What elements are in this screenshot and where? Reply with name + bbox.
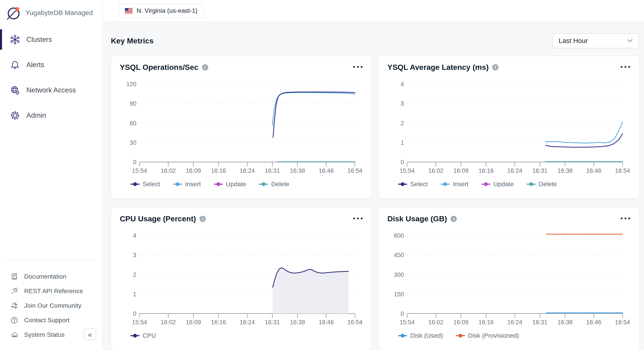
svg-text:16:38: 16:38: [558, 319, 573, 326]
chart-canvas-slot: 4321015:5416:0216:0916:1616:2416:3116:38…: [120, 226, 362, 339]
sidebar-item-network-access[interactable]: Network Access: [0, 77, 102, 103]
region-selector-chip[interactable]: N. Virginia (us-east-1): [119, 3, 204, 18]
legend-label: Disk (Used): [410, 332, 443, 339]
svg-text:120: 120: [126, 81, 136, 87]
sidebar-item-join-our-community[interactable]: Join Our Community: [0, 298, 102, 313]
svg-text:16:38: 16:38: [558, 167, 573, 174]
svg-text:16:46: 16:46: [319, 319, 334, 326]
sidebar-item-label: Network Access: [26, 86, 76, 94]
sidebar-item-label: Clusters: [26, 35, 52, 44]
svg-text:60: 60: [130, 120, 136, 127]
cpu-usage-card: CPU Usage (Percent) i 4321015:5416:0216:…: [111, 208, 372, 350]
svg-text:16:24: 16:24: [507, 167, 522, 174]
info-icon[interactable]: i: [200, 216, 206, 222]
svg-text:16:16: 16:16: [211, 167, 226, 174]
book-icon: [10, 273, 18, 281]
svg-text:16:38: 16:38: [290, 167, 305, 174]
legend-label: Delete: [271, 181, 289, 188]
legend-item: Delete: [527, 181, 557, 188]
chart-title: YSQL Average Latency (ms) i: [388, 63, 498, 72]
svg-text:0: 0: [400, 159, 404, 166]
svg-text:15:54: 15:54: [132, 167, 147, 174]
legend-marker-icon: [482, 182, 490, 187]
us-flag-icon: [125, 8, 132, 13]
content: Key Metrics Last Hour YSQL Operations/Se…: [102, 22, 644, 350]
sidebar-nav: Clusters Alerts: [0, 27, 102, 128]
page-title: Key Metrics: [111, 36, 154, 45]
legend-marker-icon: [130, 182, 140, 187]
chart-legend: Disk (Used) Disk (Provisioned): [398, 332, 630, 339]
svg-text:16:16: 16:16: [478, 167, 494, 174]
sidebar-item-admin[interactable]: Admin: [0, 103, 102, 128]
svg-text:16:54: 16:54: [347, 319, 362, 326]
legend-label: Disk (Provisioned): [468, 332, 519, 339]
legend-label: CPU: [143, 332, 156, 339]
svg-text:16:54: 16:54: [615, 167, 630, 174]
chart-legend: CPU: [130, 332, 362, 339]
series-select: [546, 134, 622, 147]
sidebar-footer-label: REST API Reference: [24, 288, 83, 295]
chart-legend: Select Insert Update Delete: [130, 181, 362, 188]
globe-gear-icon: [10, 85, 20, 95]
chart-canvas: 4321015:5416:0216:0916:1616:2416:3116:38…: [388, 74, 630, 175]
info-icon[interactable]: i: [492, 64, 498, 70]
sidebar: YugabyteDB Managed Clusters: [0, 0, 102, 350]
svg-text:16:09: 16:09: [454, 319, 469, 326]
legend-item: Insert: [173, 181, 201, 188]
svg-text:16:31: 16:31: [532, 319, 548, 326]
sidebar-item-clusters[interactable]: Clusters: [0, 27, 102, 52]
yugabyte-logo-icon: [6, 5, 21, 20]
legend-label: Insert: [185, 181, 201, 188]
sidebar-collapse-button[interactable]: «: [84, 329, 96, 340]
svg-text:16:31: 16:31: [265, 167, 280, 174]
chart-menu-button[interactable]: [353, 214, 362, 219]
sidebar-item-label: Admin: [26, 111, 46, 119]
svg-text:16:09: 16:09: [454, 167, 469, 174]
legend-item: Disk (Provisioned): [456, 332, 519, 339]
sidebar-divider: [7, 260, 96, 261]
sidebar-item-contact-support[interactable]: Contact Support: [0, 313, 102, 328]
svg-text:16:16: 16:16: [211, 319, 226, 326]
svg-text:16:24: 16:24: [507, 319, 522, 326]
legend-marker-icon: [214, 182, 223, 187]
chart-menu-button[interactable]: [621, 214, 630, 219]
sidebar-item-rest-api-reference[interactable]: REST API Reference: [0, 284, 102, 298]
time-range-select[interactable]: Last Hour: [552, 33, 639, 48]
info-icon[interactable]: i: [202, 64, 208, 70]
sidebar-footer-label: Join Our Community: [24, 302, 81, 309]
chart-menu-button[interactable]: [353, 63, 362, 68]
content-header: Key Metrics Last Hour: [111, 33, 639, 48]
svg-text:300: 300: [394, 272, 404, 278]
svg-text:16:31: 16:31: [532, 167, 548, 174]
info-icon[interactable]: i: [450, 216, 457, 222]
chart-menu-button[interactable]: [621, 63, 630, 68]
svg-text:15:54: 15:54: [400, 167, 415, 174]
disk-usage-card: Disk Usage (GB) i 600450300150015:5416:0…: [378, 208, 639, 350]
series-insert: [272, 93, 355, 125]
legend-label: Insert: [453, 181, 468, 188]
svg-text:16:46: 16:46: [319, 167, 334, 174]
svg-text:16:02: 16:02: [428, 167, 443, 174]
chart-title: CPU Usage (Percent) i: [120, 214, 206, 223]
sidebar-item-alerts[interactable]: Alerts: [0, 52, 102, 77]
svg-text:16:09: 16:09: [186, 167, 201, 174]
card-header: Disk Usage (GB) i: [388, 208, 630, 226]
brand[interactable]: YugabyteDB Managed: [0, 0, 102, 20]
svg-text:0: 0: [400, 310, 404, 317]
ysql-latency-card: YSQL Average Latency (ms) i 4321015:5416…: [378, 56, 639, 199]
svg-text:30: 30: [130, 139, 136, 146]
legend-item: Select: [130, 181, 160, 188]
sidebar-item-documentation[interactable]: Documentation: [0, 269, 102, 284]
main-area: N. Virginia (us-east-1) Key Metrics Last…: [102, 0, 644, 350]
region-label: N. Virginia (us-east-1): [136, 7, 198, 14]
legend-label: Select: [410, 181, 428, 188]
series-select: [273, 92, 355, 137]
legend-item: Delete: [259, 181, 289, 188]
legend-label: Delete: [539, 181, 557, 188]
svg-text:4: 4: [133, 232, 136, 239]
legend-marker-icon: [527, 182, 536, 187]
svg-text:0: 0: [133, 310, 136, 317]
svg-text:2: 2: [400, 120, 404, 127]
collapse-chevrons-icon: «: [88, 331, 92, 338]
svg-text:1: 1: [133, 291, 136, 298]
